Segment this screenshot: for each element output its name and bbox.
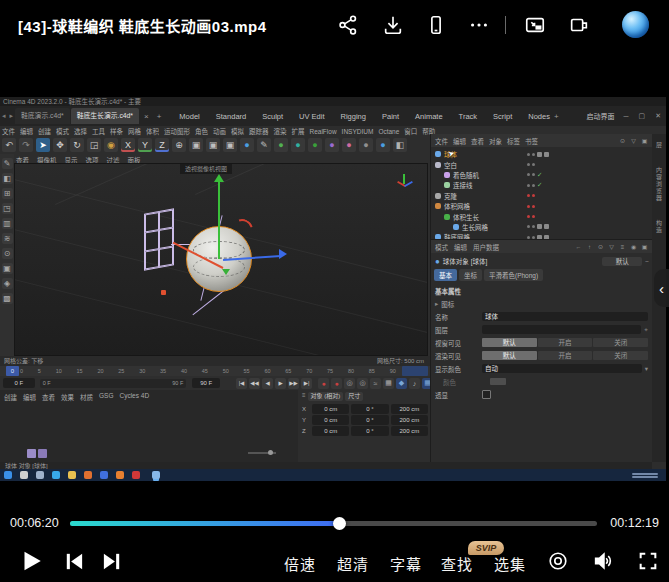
record-icon[interactable]: ◆ (396, 378, 407, 389)
download-icon[interactable] (382, 14, 404, 36)
toolbar-icon[interactable]: ◧ (393, 138, 407, 152)
layout-switcher[interactable]: 启动界面 (587, 111, 615, 121)
om-menu-item[interactable]: 文件 (435, 136, 448, 146)
tristate-off[interactable]: 关闭 (593, 338, 648, 347)
x-axis-handle[interactable] (161, 290, 166, 295)
menu-item[interactable]: 创建 (38, 126, 51, 136)
progress-bar[interactable] (70, 521, 597, 526)
menu-item[interactable]: INSYDIUM (342, 128, 374, 135)
record-icon[interactable]: ≈ (370, 378, 381, 389)
taskbar-app-cinema4d[interactable] (152, 471, 160, 479)
toolbar-icon[interactable]: ↻ (70, 138, 84, 152)
object-tree-item[interactable]: 体积生长 (431, 211, 652, 221)
menu-item[interactable]: 渲染 (274, 126, 287, 136)
miniplayer-ring-icon[interactable] (547, 550, 569, 572)
maximize-icon[interactable]: ▢ (634, 112, 651, 120)
am-header-icon[interactable]: ◉ (629, 242, 638, 251)
progress-handle[interactable] (333, 517, 346, 530)
left-tool-icon[interactable]: ✎ (2, 158, 13, 169)
toolbar-icon[interactable]: ➤ (36, 138, 50, 152)
menu-item[interactable]: 文件 (2, 126, 15, 136)
am-menu-item[interactable]: 用户数据 (473, 242, 499, 252)
menu-item[interactable]: 工具 (92, 126, 105, 136)
object-name[interactable]: 体积网格 (444, 201, 470, 211)
object-tree-item[interactable]: 球体 (431, 149, 652, 159)
layout-tab[interactable]: Nodes (528, 112, 550, 121)
left-tool-icon[interactable]: ⊙ (2, 248, 13, 259)
am-header-icon[interactable]: ⊙ (596, 242, 605, 251)
coordinate-field[interactable]: 0 ° (351, 404, 388, 414)
toolbar-icon[interactable]: ● (291, 138, 305, 152)
taskbar-app-task-view[interactable] (36, 471, 44, 479)
menu-item[interactable]: 角色 (195, 126, 208, 136)
dock-tab[interactable]: 内容浏览器 (655, 167, 664, 202)
material-menu-item[interactable]: Cycles 4D (119, 392, 149, 402)
transport-button[interactable]: ▶▶ (288, 378, 299, 389)
object-tree-item[interactable]: 生长网格 (431, 222, 652, 232)
tristate-on[interactable]: 开启 (538, 338, 593, 347)
user-avatar[interactable] (622, 11, 649, 38)
menu-item[interactable]: 模式 (56, 126, 69, 136)
toolbar-icon[interactable]: ✎ (257, 138, 271, 152)
object-tree-item[interactable]: 空白 (431, 159, 652, 169)
dock-tab[interactable]: 构造 (655, 220, 664, 234)
layout-tab[interactable]: Paint (382, 112, 399, 121)
layout-tab[interactable]: Script (493, 112, 512, 121)
timeline-playhead[interactable]: 0 (6, 366, 19, 376)
record-icon[interactable]: ◎ (357, 378, 368, 389)
viewport-3d[interactable]: 透视摄像机视图 (14, 163, 428, 356)
menu-item[interactable]: 网格 (128, 126, 141, 136)
menu-item[interactable]: 样条 (110, 126, 123, 136)
object-name[interactable]: 体积生长 (453, 212, 479, 222)
menu-item[interactable]: Octane (378, 128, 399, 135)
taskbar-app-start[interactable] (4, 471, 12, 479)
object-name[interactable]: 着色随机 (453, 170, 479, 180)
material-menu-item[interactable]: 创建 (4, 392, 17, 402)
left-tool-icon[interactable]: ≋ (2, 233, 13, 244)
taskbar-app-firefox[interactable] (116, 471, 124, 479)
object-tree-item[interactable]: 克隆 (431, 191, 652, 201)
record-icon[interactable]: ● (331, 378, 342, 389)
tab-basic[interactable]: 基本 (434, 269, 457, 281)
object-name[interactable]: 空白 (444, 160, 457, 170)
toolbar-icon[interactable]: ● (376, 138, 390, 152)
display-color-dropdown[interactable]: 自动 (482, 364, 642, 373)
transport-button[interactable]: ◀◀ (249, 378, 260, 389)
am-menu-item[interactable]: 编辑 (454, 242, 467, 252)
tab-phong[interactable]: 平滑着色(Phong) (484, 269, 543, 281)
xray-checkbox[interactable] (482, 390, 491, 399)
toolbar-icon[interactable]: ● (274, 138, 288, 152)
record-icon[interactable]: ◎ (344, 378, 355, 389)
episode-drawer-handle[interactable]: ‹ (654, 269, 669, 307)
tab-coord[interactable]: 坐标 (459, 269, 482, 281)
transport-button[interactable]: |◀ (236, 378, 247, 389)
picture-in-picture-icon[interactable] (524, 14, 546, 36)
om-header-icon[interactable]: ⊙ (618, 136, 627, 145)
play-button[interactable] (18, 548, 44, 574)
coord-mode-dropdown[interactable]: 对象 (相对) (308, 392, 344, 401)
menu-item[interactable]: 扩展 (292, 126, 305, 136)
dock-tab[interactable]: 层 (655, 142, 664, 149)
scale-handle[interactable] (222, 269, 230, 275)
coordinate-field[interactable]: 0 ° (351, 426, 388, 436)
toolbar-icon[interactable]: Z (155, 138, 169, 152)
taskbar-app-app-blue[interactable] (100, 471, 108, 479)
material-menu-item[interactable]: 编辑 (23, 392, 36, 402)
tristate-default[interactable]: 默认 (482, 338, 537, 347)
toolbar-icon[interactable]: ✥ (53, 138, 67, 152)
toolbar-icon[interactable]: ▣ (206, 138, 220, 152)
left-tool-icon[interactable]: ▣ (2, 263, 13, 274)
toolbar-icon[interactable]: ● (359, 138, 373, 152)
record-icon[interactable]: ♪ (409, 378, 420, 389)
layout-tab[interactable]: Animate (415, 112, 443, 121)
material-menu-item[interactable]: 查看 (42, 392, 55, 402)
menu-item[interactable]: 选择 (74, 126, 87, 136)
cast-to-phone-icon[interactable] (425, 14, 447, 36)
menu-item[interactable]: RealFlow (310, 128, 337, 135)
coordinate-field[interactable]: 0 ° (351, 415, 388, 425)
material-menu-item[interactable]: 效果 (61, 392, 74, 402)
om-menu-item[interactable]: 书签 (525, 136, 538, 146)
record-icon[interactable]: ● (318, 378, 329, 389)
y-axis[interactable] (218, 179, 220, 259)
om-header-icon[interactable]: ▣ (640, 136, 649, 145)
